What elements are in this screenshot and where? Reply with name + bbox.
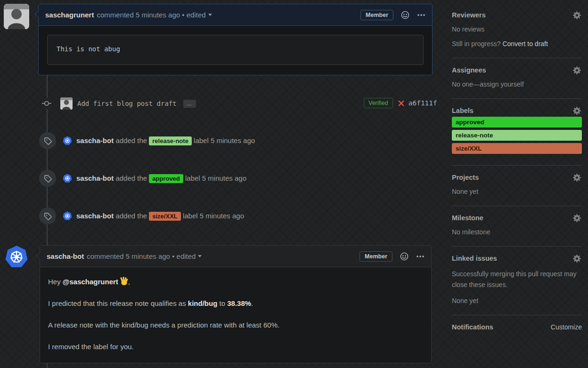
- comment-paragraph: I predicted that this release note quali…: [48, 298, 423, 309]
- comment-header: saschagrunert commented 5 minutes ago • …: [39, 4, 432, 26]
- kebab-icon: [416, 252, 425, 261]
- event-suffix: label 5 minutes ago: [183, 212, 244, 220]
- label-badge[interactable]: approved: [149, 174, 183, 183]
- label-badge[interactable]: release-note: [149, 136, 192, 145]
- reviewers-empty-text: No reviews: [452, 25, 582, 33]
- tag-icon: [44, 212, 52, 220]
- text: to: [217, 299, 227, 307]
- avatar-saschagrunert[interactable]: [4, 4, 29, 29]
- projects-empty-text: None yet: [452, 188, 582, 196]
- event-text: sascha-bot added the approved label 5 mi…: [76, 174, 246, 183]
- milestone-title: Milestone: [452, 214, 582, 222]
- edited-dropdown-caret-icon[interactable]: [208, 14, 212, 16]
- event-action: added the: [115, 136, 147, 144]
- avatar-sascha-bot-large[interactable]: [5, 245, 28, 269]
- linked-issues-title: Linked issues: [452, 255, 582, 262]
- comment-body: Hey @saschagrunert, I predicted that thi…: [40, 267, 431, 368]
- gear-icon: [573, 66, 581, 74]
- tag-icon-circle: [39, 208, 56, 224]
- label-event-row: sascha-bot added the size/XXL label 5 mi…: [39, 208, 244, 224]
- verified-badge[interactable]: Verified: [364, 98, 393, 108]
- avatar-sascha-bot[interactable]: [63, 136, 72, 145]
- comment-header: sascha-bot commented 5 minutes ago • edi…: [40, 246, 431, 267]
- hint-text: Still in progress?: [452, 40, 501, 48]
- gear-icon: [573, 255, 581, 263]
- comment-sascha-bot: sascha-bot commented 5 minutes ago • edi…: [40, 245, 432, 363]
- event-actor-link[interactable]: sascha-bot: [76, 212, 114, 220]
- member-badge: Member: [360, 10, 393, 20]
- gear-icon: [573, 174, 581, 182]
- sidebar-section-reviewers: Reviewers No reviews Still in progress? …: [452, 11, 582, 58]
- event-suffix: label 5 minutes ago: [194, 136, 255, 144]
- commit-row: Add first blog post draft …: [41, 97, 196, 110]
- linked-issues-description: Successfully merging this pull request m…: [452, 269, 582, 290]
- labels-settings-button[interactable]: [573, 107, 581, 116]
- comment-pointer-fill: [35, 11, 39, 17]
- smiley-icon: [400, 252, 408, 261]
- comment-pointer-fill: [37, 253, 40, 259]
- commit-sha-link[interactable]: a6f111f: [408, 99, 437, 107]
- commit-expand-button[interactable]: …: [183, 100, 196, 108]
- comment-options-button[interactable]: [416, 252, 425, 261]
- avatar-sascha-bot[interactable]: [63, 211, 72, 221]
- sidebar-section-projects: Projects None yet: [452, 174, 582, 206]
- text-bold: 38.38%: [227, 299, 251, 307]
- gear-icon: [573, 11, 581, 19]
- sidebar-label-approved[interactable]: approved: [452, 117, 582, 128]
- reviewers-settings-button[interactable]: [573, 11, 581, 21]
- avatar-sascha-bot[interactable]: [63, 174, 72, 183]
- convert-to-draft-link[interactable]: Convert to draft: [502, 40, 548, 48]
- sidebar-label-size-xxl[interactable]: size/XXL: [452, 143, 582, 154]
- commit-status-group: Verified a6f111f: [364, 96, 434, 110]
- text-bold: kind/bug: [188, 299, 218, 307]
- add-reaction-button[interactable]: [400, 252, 408, 261]
- comment-paragraph: A release note with the kind/bug needs a…: [48, 320, 423, 330]
- labels-title: Labels: [452, 107, 582, 114]
- sidebar-label-release-note[interactable]: release-note: [452, 130, 582, 141]
- projects-settings-button[interactable]: [573, 174, 581, 183]
- label-badge[interactable]: size/XXL: [149, 212, 180, 221]
- milestone-settings-button[interactable]: [573, 214, 581, 224]
- comment-author-link[interactable]: saschagrunert: [45, 11, 94, 19]
- code-block: This is not abug: [47, 35, 424, 65]
- sidebar-section-linked-issues: Linked issues Successfully merging this …: [452, 255, 582, 315]
- text: .: [251, 299, 253, 307]
- gear-icon: [573, 107, 581, 115]
- notifications-title: Notifications: [452, 323, 493, 331]
- wave-emoji-icon: [119, 277, 128, 286]
- check-failed-x-icon[interactable]: [397, 99, 405, 107]
- linked-issues-empty-text: None yet: [452, 297, 582, 305]
- comment-meta: commented 5 minutes ago • edited: [97, 11, 205, 19]
- commit-message-link[interactable]: Add first blog post draft: [77, 100, 177, 107]
- comment-paragraph: I removed the label for you.: [48, 342, 423, 352]
- comment-options-button[interactable]: [417, 11, 425, 19]
- assignees-settings-button[interactable]: [573, 66, 581, 76]
- projects-title: Projects: [452, 174, 582, 181]
- smiley-icon: [401, 11, 409, 19]
- event-action: added the: [115, 174, 147, 182]
- commit-author-avatar[interactable]: [60, 97, 73, 110]
- event-actor-link[interactable]: sascha-bot: [76, 174, 114, 182]
- reviewers-hint: Still in progress? Convert to draft: [452, 40, 582, 48]
- edited-dropdown-caret-icon[interactable]: [198, 255, 202, 257]
- comment-paragraph: Hey @saschagrunert,: [48, 277, 423, 287]
- add-reaction-button[interactable]: [401, 11, 409, 19]
- linked-issues-settings-button[interactable]: [573, 255, 581, 264]
- tag-icon-circle: [39, 170, 56, 187]
- comment-body: This is not abug: [39, 26, 432, 74]
- member-badge: Member: [359, 251, 392, 262]
- comment-saschagrunert: saschagrunert commented 5 minutes ago • …: [38, 4, 433, 75]
- sidebar-section-assignees: Assignees No one—assign yourself: [452, 66, 582, 99]
- event-text: sascha-bot added the release-note label …: [76, 136, 255, 145]
- sidebar-section-notifications: Notifications Customize: [452, 323, 582, 341]
- notifications-row: Notifications Customize: [452, 323, 582, 331]
- customize-link[interactable]: Customize: [551, 323, 582, 331]
- mention-link[interactable]: @saschagrunert: [63, 278, 118, 286]
- git-commit-icon: [41, 98, 52, 109]
- label-event-row: sascha-bot added the approved label 5 mi…: [39, 170, 246, 187]
- text: ,: [128, 278, 130, 286]
- event-suffix: label 5 minutes ago: [185, 174, 246, 182]
- comment-author-link[interactable]: sascha-bot: [47, 252, 84, 260]
- event-actor-link[interactable]: sascha-bot: [76, 136, 114, 144]
- assignees-empty-text[interactable]: No one—assign yourself: [452, 80, 582, 88]
